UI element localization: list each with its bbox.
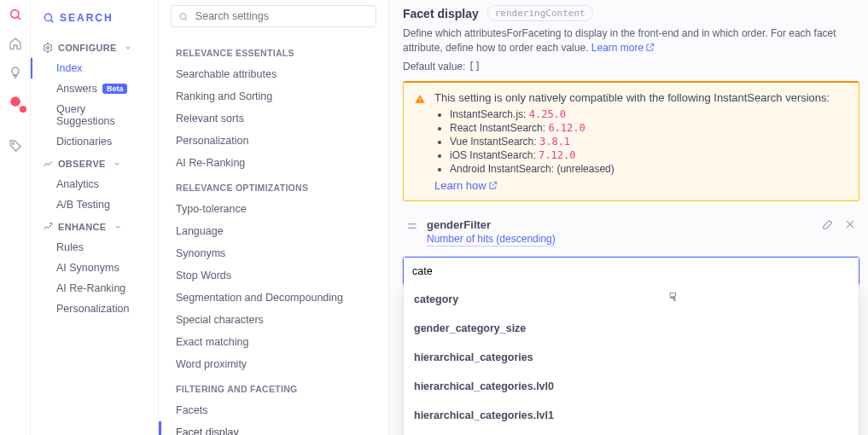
sidebar-item-label: AI Re-Ranking (56, 282, 125, 294)
sidebar-item-ai-synonyms[interactable]: AI Synonyms (31, 258, 158, 278)
sidebar-item-label: A/B Testing (56, 199, 110, 211)
sidebar-item-label: Query Suggestions (56, 103, 146, 127)
option-hierarchical-categories-lvl1[interactable]: hierarchical_categories.lvl1 (404, 401, 859, 430)
sidebar-item-label: Index (56, 62, 83, 74)
group-head: RELEVANCE OPTIMIZATIONS (159, 174, 388, 198)
warning-intro: This setting is only natively compatible… (434, 91, 830, 104)
setting-typo-tolerance[interactable]: Typo-tolerance (159, 198, 388, 220)
svg-point-4 (47, 47, 50, 49)
svg-point-2 (12, 142, 14, 144)
section-configure[interactable]: CONFIGURE (31, 36, 158, 58)
settings-search[interactable] (171, 5, 376, 27)
svg-point-5 (180, 13, 186, 19)
settings-search-input[interactable] (195, 10, 369, 22)
option-hierarchical-categories-lvl0[interactable]: hierarchical_categories.lvl0 (404, 372, 859, 401)
settings-column: RELEVANCE ESSENTIALS Searchable attribut… (159, 0, 389, 435)
setting-exact-matching[interactable]: Exact matching (159, 331, 388, 353)
default-value: [] (469, 61, 481, 72)
bulb-icon[interactable] (8, 65, 23, 80)
option-hierarchical-categories[interactable]: hierarchical_categories (404, 343, 859, 372)
setting-stop-words[interactable]: Stop Words (159, 264, 388, 287)
setting-ai-re-ranking[interactable]: AI Re-Ranking (159, 152, 388, 174)
group-head: FILTERING AND FACETING (159, 375, 388, 399)
setting-searchable-attributes[interactable]: Searchable attributes (159, 63, 388, 85)
setting-personalization[interactable]: Personalization (159, 130, 388, 152)
version-row: Android InstantSearch: (unreleased) (450, 162, 830, 176)
sidebar-item-label: Dictionaries (56, 136, 112, 148)
close-icon[interactable] (844, 218, 856, 233)
facet-name: genderFilter (427, 218, 556, 231)
section-observe[interactable]: OBSERVE (31, 152, 158, 174)
section-enhance[interactable]: ENHANCE (31, 215, 158, 237)
group-head: RELEVANCE ESSENTIALS (159, 39, 388, 63)
sidebar-item-ab-testing[interactable]: A/B Testing (31, 194, 158, 215)
sidebar-item-label: Rules (56, 241, 84, 253)
option-category[interactable]: category☟ (404, 285, 859, 314)
page-title: Facet display (403, 7, 479, 20)
sidebar-item-index[interactable]: Index (31, 58, 158, 78)
option-gender-category-size[interactable]: gender_category_size (404, 314, 859, 343)
version-row: Vue InstantSearch: 3.8.1 (450, 135, 830, 148)
sidebar-item-answers[interactable]: AnswersBeta (31, 78, 158, 99)
sidebar-item-rules[interactable]: Rules (31, 237, 158, 258)
sidebar-item-analytics[interactable]: Analytics (31, 174, 158, 194)
sidebar-item-dictionaries[interactable]: Dictionaries (31, 131, 158, 152)
setting-relevant-sorts[interactable]: Relevant sorts (159, 107, 388, 130)
main-panel: Facet display renderingContent Define wh… (389, 0, 868, 435)
api-param-pill: renderingContent (487, 5, 593, 21)
setting-synonyms[interactable]: Synonyms (159, 242, 388, 264)
app-rail (0, 0, 31, 435)
sidebar-item-label: Analytics (56, 178, 99, 190)
facet-config-card: genderFilter Number of hits (descending)… (403, 213, 859, 435)
option-hierarchical-categories-lvl2[interactable]: hierarchical_categories.lvl2 (404, 430, 859, 435)
setting-facet-display[interactable]: Facet display (159, 421, 388, 435)
section-label: OBSERVE (58, 159, 106, 169)
version-row: InstantSearch.js: 4.25.0 (450, 107, 830, 121)
sidebar-item-query-suggestions[interactable]: Query Suggestions (31, 99, 158, 131)
compatibility-warning: This setting is only natively compatible… (403, 81, 859, 201)
setting-ranking-sorting[interactable]: Ranking and Sorting (159, 85, 388, 107)
section-label: CONFIGURE (58, 43, 117, 53)
attribute-combobox[interactable] (403, 257, 859, 286)
brand: SEARCH (31, 9, 158, 36)
alert-icon[interactable] (8, 94, 23, 109)
page-description: Define which attributesForFaceting to di… (403, 25, 859, 58)
sidebar-item-label: AI Synonyms (56, 262, 119, 274)
setting-segmentation[interactable]: Segmentation and Decompounding (159, 287, 388, 309)
attribute-dropdown: category☟ gender_category_size hierarchi… (403, 285, 859, 435)
beta-badge: Beta (102, 84, 128, 94)
sidebar-item-ai-re-ranking[interactable]: AI Re-Ranking (31, 278, 158, 299)
sidebar-item-label: Answers (56, 83, 97, 95)
search-icon[interactable] (8, 7, 23, 22)
edit-icon[interactable] (822, 218, 834, 233)
tag-icon[interactable] (8, 138, 23, 154)
sidebar-item-personalization[interactable]: Personalization (31, 299, 158, 319)
svg-point-3 (44, 14, 51, 20)
sidebar: SEARCH CONFIGURE Index AnswersBeta Query… (31, 0, 159, 435)
learn-more-link[interactable]: Learn more (591, 42, 655, 54)
attribute-input[interactable] (404, 258, 859, 285)
sidebar-item-label: Personalization (56, 303, 129, 315)
version-row: React InstantSearch: 6.12.0 (450, 121, 830, 135)
setting-word-proximity[interactable]: Word proximity (159, 353, 388, 375)
learn-how-link[interactable]: Learn how (434, 179, 498, 192)
facet-sort-link[interactable]: Number of hits (descending) (427, 233, 556, 246)
version-row: iOS InstantSearch: 7.12.0 (450, 148, 830, 162)
warning-icon (414, 93, 426, 192)
section-label: ENHANCE (58, 222, 107, 232)
cursor-icon: ☟ (669, 290, 677, 304)
setting-special-characters[interactable]: Special characters (159, 309, 388, 331)
brand-label: SEARCH (60, 12, 114, 24)
svg-point-1 (10, 96, 20, 107)
setting-language[interactable]: Language (159, 220, 388, 242)
setting-facets[interactable]: Facets (159, 399, 388, 421)
default-label: Default value: (403, 61, 465, 72)
default-value-row: Default value: [] (403, 58, 859, 76)
home-icon[interactable] (8, 36, 23, 51)
svg-point-0 (10, 10, 18, 18)
drag-handle-icon[interactable] (406, 220, 418, 235)
